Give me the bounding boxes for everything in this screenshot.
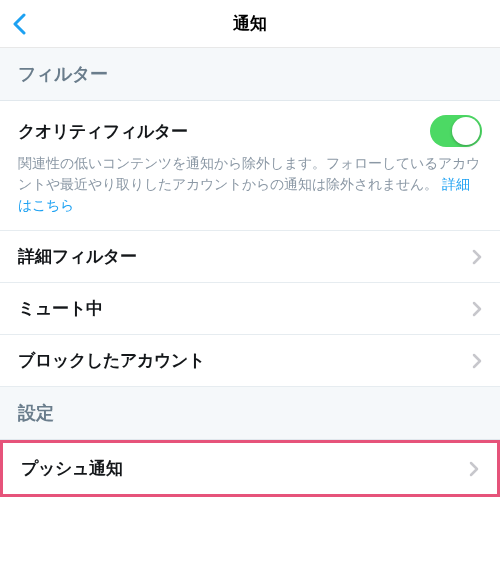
quality-filter-description-row: 関連性の低いコンテンツを通知から除外します。フォローしているアカウントや最近やり… (0, 153, 500, 231)
section-header-filter: フィルター (0, 48, 500, 101)
quality-filter-toggle[interactable] (430, 115, 482, 147)
quality-filter-row: クオリティフィルター (0, 101, 500, 153)
row-label: プッシュ通知 (21, 457, 123, 480)
row-label: 詳細フィルター (18, 245, 137, 268)
row-label: ブロックしたアカウント (18, 349, 205, 372)
chevron-right-icon (472, 249, 482, 265)
back-button[interactable] (12, 13, 26, 35)
header-bar: 通知 (0, 0, 500, 48)
highlight-annotation: プッシュ通知 (0, 440, 500, 497)
chevron-right-icon (472, 301, 482, 317)
quality-filter-description: 関連性の低いコンテンツを通知から除外します。フォローしているアカウントや最近やり… (18, 155, 480, 192)
push-notifications-row[interactable]: プッシュ通知 (3, 443, 497, 494)
section-header-settings: 設定 (0, 387, 500, 440)
chevron-right-icon (472, 353, 482, 369)
quality-filter-label: クオリティフィルター (18, 120, 188, 143)
toggle-knob (452, 117, 480, 145)
muted-row[interactable]: ミュート中 (0, 283, 500, 335)
row-label: ミュート中 (18, 297, 103, 320)
page-title: 通知 (233, 12, 267, 35)
chevron-left-icon (12, 13, 26, 35)
advanced-filter-row[interactable]: 詳細フィルター (0, 231, 500, 283)
blocked-accounts-row[interactable]: ブロックしたアカウント (0, 335, 500, 387)
chevron-right-icon (469, 461, 479, 477)
